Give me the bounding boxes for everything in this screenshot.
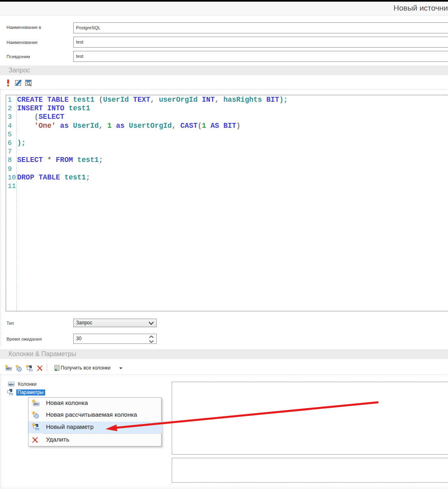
svg-text:abc: abc: [9, 383, 14, 386]
svg-text:[?]: [?]: [29, 369, 33, 372]
svg-text:[?]: [?]: [9, 393, 13, 396]
svg-text:abc: abc: [34, 402, 39, 406]
svg-text:[?]: [?]: [35, 428, 39, 431]
